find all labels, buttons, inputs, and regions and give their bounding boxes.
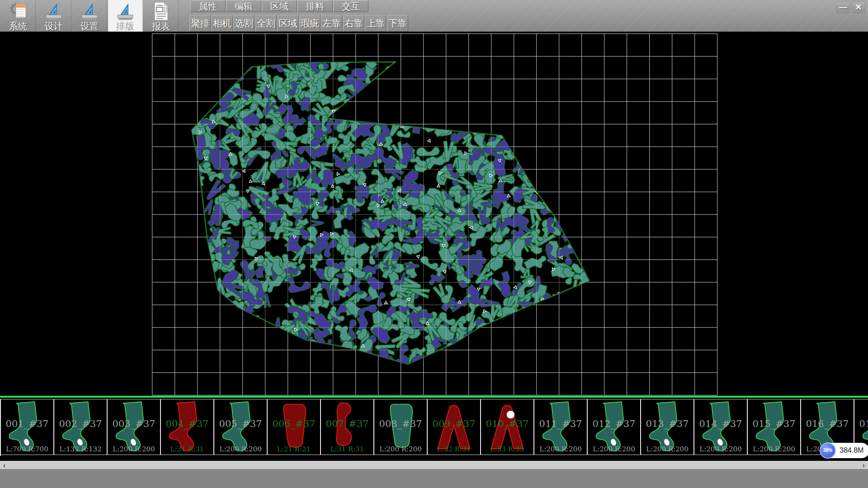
tool-button-3[interactable]: 全割 bbox=[255, 15, 277, 32]
piece-label: 003_#37 bbox=[108, 418, 160, 429]
piece-label: 010_#37 bbox=[481, 418, 533, 429]
piece-label: 002_#37 bbox=[54, 418, 107, 429]
memory-badge: 38% 384.8M bbox=[820, 443, 868, 458]
piece-label: 005_#37 bbox=[214, 418, 267, 429]
thumbnail-cell-015_#37[interactable]: 015_#37 L:200 R:200 bbox=[748, 399, 801, 455]
progress-circle: 38% bbox=[820, 442, 836, 459]
piece-label: 008_#37 bbox=[374, 418, 427, 429]
tool-button-2[interactable]: 选割 bbox=[233, 15, 255, 32]
launcher-system-label: 系统 bbox=[9, 22, 27, 31]
piece-label: 001_#37 bbox=[1, 418, 53, 429]
piece-lr-count: L:700 R:700 bbox=[1, 445, 53, 453]
tool-bar: 聚排相机选割全割区域瑕疵左靠右靠上靠下靠 bbox=[189, 15, 409, 32]
menu-item-0[interactable]: 属性 bbox=[190, 0, 226, 12]
close-button[interactable]: ✕ bbox=[852, 1, 865, 14]
piece-lr-count: L:132 R:132 bbox=[54, 445, 107, 453]
thumbnail-strip: 001_#37 L:700 R:700 002_#37 L:132 R:132 … bbox=[0, 399, 868, 456]
tool-button-0[interactable]: 聚排 bbox=[189, 15, 211, 32]
tool-button-4[interactable]: 区域 bbox=[277, 15, 298, 32]
piece-label: 009_#37 bbox=[428, 418, 480, 429]
piece-lr-count: L:31 R:31 bbox=[161, 445, 213, 453]
piece-lr-count: L:21 R:21 bbox=[268, 445, 320, 453]
horizontal-scrollbar[interactable]: ‹ › bbox=[0, 461, 868, 469]
piece-label: 014_#37 bbox=[694, 418, 747, 429]
tool-button-8[interactable]: 上靠 bbox=[365, 15, 386, 32]
piece-label: 011_#37 bbox=[534, 418, 587, 429]
menu-bar: 属性编辑区域排料交互 bbox=[190, 0, 369, 13]
thumbnail-cell-001_#37[interactable]: 001_#37 L:700 R:700 bbox=[1, 399, 54, 455]
launcher-bar: 系统 设计 设置 排版 报表 bbox=[1, 0, 179, 32]
progress-percent: 38% bbox=[823, 448, 832, 453]
launcher-layout-button[interactable]: 排版 bbox=[108, 0, 143, 32]
piece-lr-count: L:32 R:31 bbox=[428, 445, 480, 453]
piece-lr-count: L:200 R:200 bbox=[588, 445, 640, 453]
launcher-report-button[interactable]: 报表 bbox=[144, 0, 179, 32]
launcher-design-button[interactable]: 设计 bbox=[37, 0, 71, 32]
piece-label: 017_#37 bbox=[854, 418, 868, 429]
report-icon bbox=[151, 1, 171, 21]
menu-item-3[interactable]: 排料 bbox=[297, 0, 333, 12]
tool-button-6[interactable]: 左靠 bbox=[321, 15, 342, 32]
piece-lr-count: L:200 R:200 bbox=[534, 445, 587, 453]
scroll-right-arrow-icon[interactable]: › bbox=[860, 461, 868, 469]
piece-label: 016_#37 bbox=[801, 418, 854, 429]
thumbnail-cell-014_#37[interactable]: 014_#37 L:200 R:200 bbox=[694, 399, 748, 455]
piece-lr-count: L:200 R:200 bbox=[214, 445, 267, 453]
tool-button-7[interactable]: 右靠 bbox=[343, 15, 364, 32]
launcher-settings-button[interactable]: 设置 bbox=[72, 0, 107, 32]
piece-lr-count: L:200 R:200 bbox=[748, 445, 800, 453]
piece-label: 012_#37 bbox=[588, 418, 640, 429]
thumbnail-cell-007_#37[interactable]: 007_#37 L:31 R:31 bbox=[321, 399, 374, 455]
thumbnail-cell-005_#37[interactable]: 005_#37 L:200 R:200 bbox=[214, 399, 268, 455]
menu-item-2[interactable]: 区域 bbox=[262, 0, 297, 12]
titlebar: 系统 设计 设置 排版 报表 属性编辑区域排料交互 聚排相机选割全割区域瑕疵左靠… bbox=[0, 0, 868, 32]
tool-button-9[interactable]: 下靠 bbox=[387, 15, 408, 32]
set-square-icon bbox=[79, 1, 100, 21]
thumbnail-cell-010_#37[interactable]: 010_#37 L:33 R:33 bbox=[481, 399, 534, 455]
piece-label: 004_#37 bbox=[161, 418, 213, 429]
nesting-canvas-svg[interactable] bbox=[0, 32, 868, 396]
tool-button-5[interactable]: 瑕疵 bbox=[299, 15, 321, 32]
set-square-icon bbox=[115, 1, 136, 21]
thumbnail-cell-008_#37[interactable]: 008_#37 L:200 R:200 bbox=[374, 399, 428, 455]
piece-label: 007_#37 bbox=[321, 418, 373, 429]
piece-lr-count: L:200 R:200 bbox=[108, 445, 160, 453]
thumbnail-cell-003_#37[interactable]: 003_#37 L:200 R:200 bbox=[108, 399, 161, 455]
piece-lr-count: L:31 R:31 bbox=[321, 445, 373, 453]
window-controls: — ✕ bbox=[835, 1, 865, 14]
piece-lr-count: L:200 R:200 bbox=[694, 445, 747, 453]
launcher-report-label: 报表 bbox=[152, 22, 170, 31]
nesting-canvas[interactable] bbox=[0, 32, 868, 396]
thumbnail-cell-004_#37[interactable]: 004_#37 L:31 R:31 bbox=[161, 399, 214, 455]
launcher-settings-label: 设置 bbox=[80, 22, 99, 31]
minimize-button[interactable]: — bbox=[836, 1, 850, 14]
menu-item-4[interactable]: 交互 bbox=[333, 0, 368, 12]
thumbnail-cell-009_#37[interactable]: 009_#37 L:32 R:31 bbox=[428, 399, 481, 455]
status-bar bbox=[0, 469, 868, 488]
piece-lr-count: L:200 R:200 bbox=[641, 445, 693, 453]
scroll-left-arrow-icon[interactable]: ‹ bbox=[0, 461, 8, 469]
piece-label: 015_#37 bbox=[748, 418, 800, 429]
thumbnail-cell-006_#37[interactable]: 006_#37 L:21 R:21 bbox=[268, 399, 321, 455]
thumbnail-strip-accent bbox=[0, 396, 868, 398]
tool-button-1[interactable]: 相机 bbox=[212, 15, 233, 32]
piece-lr-count: L:200 R:200 bbox=[374, 445, 427, 453]
thumbnail-cell-013_#37[interactable]: 013_#37 L:200 R:200 bbox=[641, 399, 694, 455]
thumbnail-cell-012_#37[interactable]: 012_#37 L:200 R:200 bbox=[588, 399, 641, 455]
thumbnail-cell-011_#37[interactable]: 011_#37 L:200 R:200 bbox=[534, 399, 588, 455]
piece-lr-count: L:33 R:33 bbox=[481, 445, 533, 453]
launcher-design-label: 设计 bbox=[45, 22, 63, 31]
system-icon bbox=[8, 1, 28, 21]
piece-label: 006_#37 bbox=[268, 418, 320, 429]
memory-value: 384.8M bbox=[836, 446, 868, 455]
menu-item-1[interactable]: 编辑 bbox=[226, 0, 261, 12]
set-square-icon bbox=[43, 1, 64, 21]
launcher-layout-label: 排版 bbox=[116, 22, 134, 31]
piece-label: 013_#37 bbox=[641, 418, 693, 429]
launcher-system-button[interactable]: 系统 bbox=[1, 0, 36, 32]
thumbnail-cell-002_#37[interactable]: 002_#37 L:132 R:132 bbox=[54, 399, 108, 455]
